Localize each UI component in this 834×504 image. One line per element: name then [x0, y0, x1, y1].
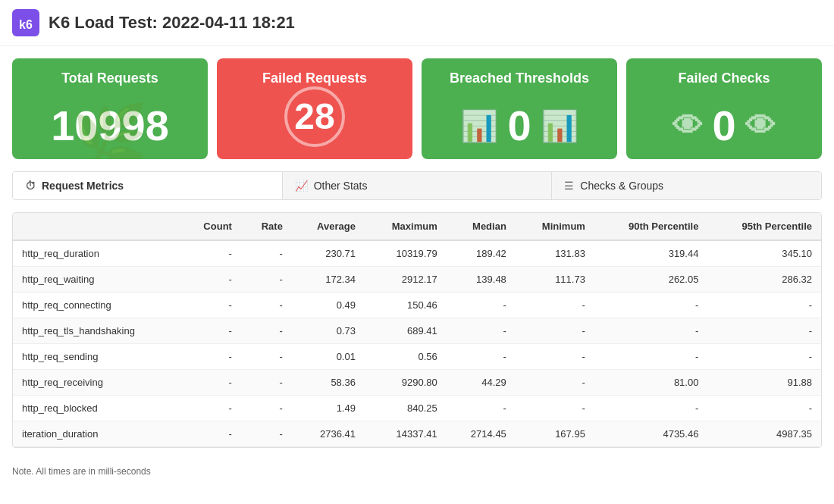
tab-other-stats[interactable]: 📈 Other Stats	[283, 172, 553, 199]
cell-rate: -	[241, 396, 292, 421]
cell-median: 189.42	[447, 240, 516, 267]
failed-checks-card: Failed Checks 👁 0 👁	[626, 58, 822, 159]
cell-maximum: 9290.80	[365, 370, 447, 396]
cell-p95: -	[707, 344, 821, 370]
table-row: http_req_receiving--58.369290.8044.29-81…	[13, 370, 821, 396]
metrics-table: Count Rate Average Maximum Median Minimu…	[13, 213, 821, 447]
failed-checks-value: 👁 0 👁	[638, 105, 810, 147]
table-row: http_req_tls_handshaking--0.73689.41----	[13, 318, 821, 344]
clock-icon: ⏱	[25, 180, 36, 192]
chart-icon: 📈	[295, 180, 308, 192]
col-header-count: Count	[181, 213, 241, 240]
cell-metric-name: http_req_duration	[13, 240, 181, 267]
k6-logo: k6	[12, 9, 39, 36]
table-row: http_req_duration--230.7110319.79189.421…	[13, 240, 821, 267]
cell-p90: 319.44	[594, 240, 708, 267]
cell-maximum: 689.41	[365, 318, 447, 344]
cell-p95: 4987.35	[707, 421, 821, 447]
cell-p90: 4735.46	[594, 421, 708, 447]
cell-metric-name: iteration_duration	[13, 421, 181, 447]
tab-request-metrics[interactable]: ⏱ Request Metrics	[13, 172, 283, 199]
cell-p95: -	[707, 318, 821, 344]
cell-p95: 91.88	[707, 370, 821, 396]
cell-median: -	[447, 293, 516, 318]
svg-text:k6: k6	[19, 18, 33, 31]
cell-minimum: -	[516, 344, 594, 370]
cell-maximum: 0.56	[365, 344, 447, 370]
cell-minimum: 167.95	[516, 421, 594, 447]
stats-cards: Total Requests 10998 🌿 Failed Requests 2…	[0, 46, 834, 171]
cell-minimum: -	[516, 370, 594, 396]
cell-p90: 81.00	[594, 370, 708, 396]
cell-median: 2714.45	[447, 421, 516, 447]
table-row: http_req_waiting--172.342912.17139.48111…	[13, 267, 821, 293]
failed-requests-title: Failed Requests	[229, 70, 400, 86]
col-header-maximum: Maximum	[365, 213, 447, 240]
col-header-p90: 90th Percentile	[594, 213, 708, 240]
cell-count: -	[181, 370, 241, 396]
cell-count: -	[181, 344, 241, 370]
table-body: http_req_duration--230.7110319.79189.421…	[13, 240, 821, 447]
cell-count: -	[181, 293, 241, 318]
cell-p90: 262.05	[594, 267, 708, 293]
breached-thresholds-value: 📊 0 📊	[434, 105, 605, 147]
cell-average: 0.01	[292, 344, 365, 370]
table-row: http_req_connecting--0.49150.46----	[13, 293, 821, 318]
total-requests-title: Total Requests	[24, 70, 196, 86]
tab-other-stats-label: Other Stats	[314, 180, 368, 192]
cell-metric-name: http_req_receiving	[13, 370, 181, 396]
cell-count: -	[181, 240, 241, 267]
col-header-p95: 95th Percentile	[707, 213, 821, 240]
cell-median: -	[447, 396, 516, 421]
cell-p90: -	[594, 293, 708, 318]
col-header-rate: Rate	[241, 213, 292, 240]
cell-count: -	[181, 267, 241, 293]
failed-requests-value: 28	[229, 86, 400, 147]
cell-metric-name: http_req_blocked	[13, 396, 181, 421]
cell-average: 0.73	[292, 318, 365, 344]
cell-median: -	[447, 344, 516, 370]
cell-maximum: 840.25	[365, 396, 447, 421]
cell-rate: -	[241, 370, 292, 396]
failed-requests-card: Failed Requests 28	[217, 58, 412, 159]
tab-bar: ⏱ Request Metrics 📈 Other Stats ☰ Checks…	[12, 171, 822, 200]
col-header-minimum: Minimum	[516, 213, 594, 240]
cell-p95: 286.32	[707, 267, 821, 293]
cell-rate: -	[241, 344, 292, 370]
cell-metric-name: http_req_sending	[13, 344, 181, 370]
cell-p95: -	[707, 396, 821, 421]
table-row: iteration_duration--2736.4114337.412714.…	[13, 421, 821, 447]
cell-average: 58.36	[292, 370, 365, 396]
list-icon: ☰	[564, 180, 574, 192]
cell-maximum: 150.46	[365, 293, 447, 318]
cell-average: 0.49	[292, 293, 365, 318]
page-title: K6 Load Test: 2022-04-11 18:21	[49, 13, 295, 33]
table-header-row: Count Rate Average Maximum Median Minimu…	[13, 213, 821, 240]
metrics-table-container: Count Rate Average Maximum Median Minimu…	[12, 212, 822, 448]
col-header-name	[13, 213, 181, 240]
cell-minimum: 111.73	[516, 267, 594, 293]
table-note: Note. All times are in milli-seconds	[0, 460, 834, 483]
cell-count: -	[181, 421, 241, 447]
cell-rate: -	[241, 318, 292, 344]
cell-metric-name: http_req_connecting	[13, 293, 181, 318]
cell-p95: 345.10	[707, 240, 821, 267]
cell-maximum: 2912.17	[365, 267, 447, 293]
cell-p95: -	[707, 293, 821, 318]
col-header-average: Average	[292, 213, 365, 240]
cell-minimum: 131.83	[516, 240, 594, 267]
breached-thresholds-title: Breached Thresholds	[434, 70, 605, 86]
breached-thresholds-card: Breached Thresholds 📊 0 📊	[422, 58, 617, 159]
cell-metric-name: http_req_waiting	[13, 267, 181, 293]
cell-maximum: 14337.41	[365, 421, 447, 447]
cell-p90: -	[594, 318, 708, 344]
cell-p90: -	[594, 344, 708, 370]
cell-count: -	[181, 318, 241, 344]
tab-checks-groups[interactable]: ☰ Checks & Groups	[552, 172, 821, 199]
cell-metric-name: http_req_tls_handshaking	[13, 318, 181, 344]
cell-median: 44.29	[447, 370, 516, 396]
cell-rate: -	[241, 421, 292, 447]
cell-maximum: 10319.79	[365, 240, 447, 267]
failed-checks-title: Failed Checks	[638, 70, 810, 86]
table-row: http_req_blocked--1.49840.25----	[13, 396, 821, 421]
